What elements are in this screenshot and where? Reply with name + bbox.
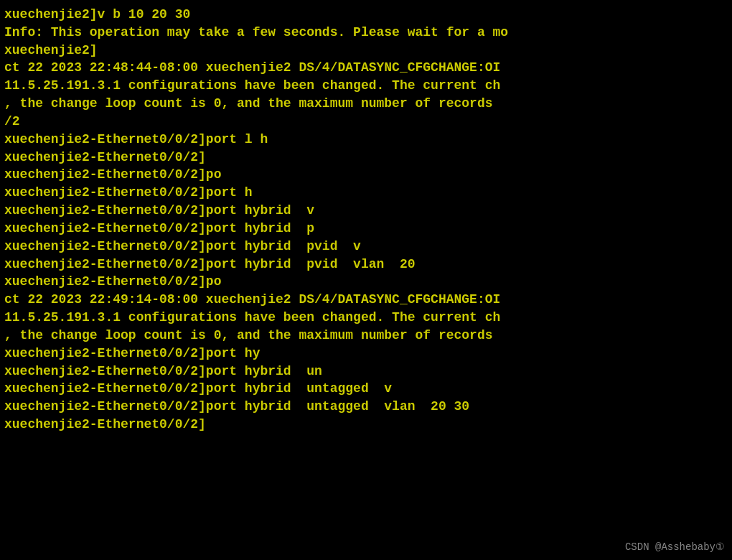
terminal-line: xuechenjie2-Ethernet0/0/2]port hybrid pv…: [4, 256, 728, 274]
terminal-line: xuechenjie2-Ethernet0/0/2]port hybrid p: [4, 220, 728, 238]
watermark: CSDN @Asshebaby①: [625, 541, 725, 554]
terminal-line: 11.5.25.191.3.1 configurations have been…: [4, 77, 728, 95]
terminal-line: xuechenjie2]: [4, 42, 728, 60]
terminal-line: xuechenjie2-Ethernet0/0/2]po: [4, 166, 728, 184]
terminal-line: 11.5.25.191.3.1 configurations have been…: [4, 309, 728, 327]
terminal-line: ct 22 2023 22:49:14-08:00 xuechenjie2 DS…: [4, 291, 728, 309]
terminal-line: , the change loop count is 0, and the ma…: [4, 95, 728, 113]
terminal-line: /2: [4, 113, 728, 131]
terminal-line: xuechenjie2-Ethernet0/0/2]port l h: [4, 131, 728, 149]
terminal-line: xuechenjie2-Ethernet0/0/2]port h: [4, 184, 728, 202]
terminal-container: xuechenjie2]v b 10 20 30Info: This opera…: [4, 6, 728, 434]
terminal-line: , the change loop count is 0, and the ma…: [4, 327, 728, 345]
terminal-line: xuechenjie2-Ethernet0/0/2]port hybrid un…: [4, 398, 728, 416]
terminal-line: xuechenjie2-Ethernet0/0/2]: [4, 416, 728, 434]
terminal-line: xuechenjie2]v b 10 20 30: [4, 6, 728, 24]
terminal-line: ct 22 2023 22:48:44-08:00 xuechenjie2 DS…: [4, 59, 728, 77]
terminal-line: xuechenjie2-Ethernet0/0/2]port hybrid un…: [4, 380, 728, 398]
terminal-line: xuechenjie2-Ethernet0/0/2]port hy: [4, 345, 728, 363]
terminal-line: xuechenjie2-Ethernet0/0/2]: [4, 149, 728, 167]
terminal-line: xuechenjie2-Ethernet0/0/2]port hybrid un: [4, 363, 728, 381]
terminal-line: xuechenjie2-Ethernet0/0/2]port hybrid pv…: [4, 238, 728, 256]
terminal-line: xuechenjie2-Ethernet0/0/2]port hybrid v: [4, 202, 728, 220]
terminal-line: xuechenjie2-Ethernet0/0/2]po: [4, 273, 728, 291]
terminal-line: Info: This operation may take a few seco…: [4, 24, 728, 42]
